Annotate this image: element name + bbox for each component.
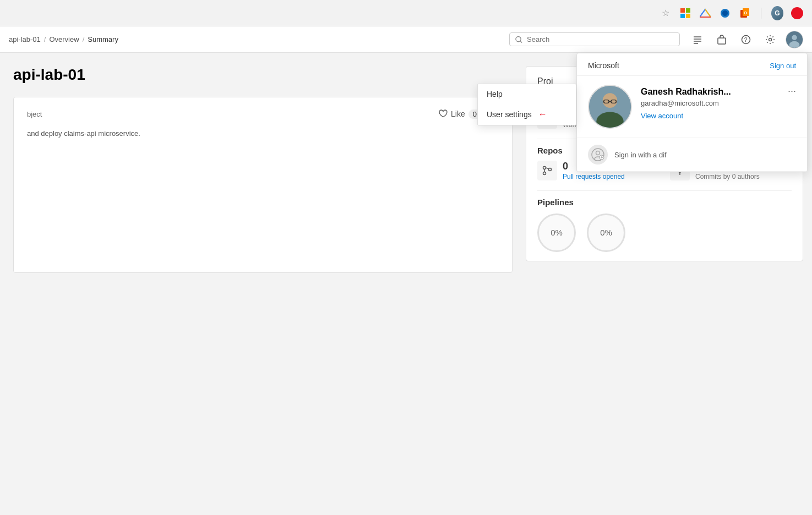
switch-account-text[interactable]: Sign in with a dif <box>614 151 667 159</box>
submenu-popup: Help User settings ← <box>477 84 576 125</box>
like-button[interactable]: Like 0 <box>439 109 481 119</box>
card-section-title: bject <box>27 109 42 119</box>
card-header: bject Like 0 <box>27 108 499 119</box>
pipelines-row: 0% 0% <box>537 213 792 252</box>
breadcrumb-project[interactable]: api-lab-01 <box>9 35 41 43</box>
settings-icon[interactable] <box>761 31 779 48</box>
user-name: Ganesh Radhakrish... <box>641 87 796 97</box>
svg-rect-0 <box>680 8 685 13</box>
user-details: Ganesh Radhakrish... garadha@microsoft.c… <box>641 85 796 120</box>
user-email: garadha@microsoft.com <box>641 99 796 107</box>
sign-out-button[interactable]: Sign out <box>770 62 796 70</box>
pull-requests-label[interactable]: Pull requests opened <box>563 172 625 182</box>
google-drive-icon[interactable] <box>699 7 711 19</box>
page-title: api-lab-01 <box>13 66 513 84</box>
svg-point-23 <box>789 41 800 48</box>
svg-point-30 <box>549 168 552 171</box>
submenu-help[interactable]: Help <box>478 84 576 104</box>
dropdown-more-button[interactable]: ··· <box>788 85 796 97</box>
about-card: bject Like 0 <box>13 97 513 273</box>
pipeline-circle-2: 0% <box>587 213 625 252</box>
svg-rect-1 <box>686 8 690 13</box>
pipelines-section-title: Pipelines <box>537 198 792 207</box>
svg-point-22 <box>792 35 797 40</box>
card-description: and deploy claims-api microservice. <box>27 128 499 140</box>
svg-point-20 <box>769 38 772 41</box>
pipeline-circle-1: 0% <box>537 213 576 252</box>
svg-point-29 <box>543 172 546 174</box>
breadcrumb-overview[interactable]: Overview <box>49 35 79 43</box>
nav-icon-group: ? <box>689 31 803 48</box>
user-avatar-large <box>588 85 632 129</box>
notification-icon[interactable] <box>791 7 803 19</box>
arrow-icon: ← <box>538 109 547 119</box>
breadcrumb: api-lab-01 / Overview / Summary <box>9 35 509 43</box>
svg-text:?: ? <box>744 36 748 43</box>
section-divider-pipelines <box>537 190 792 191</box>
switch-account-avatar <box>588 145 608 165</box>
breadcrumb-sep2: / <box>83 35 85 43</box>
svg-text:O: O <box>744 10 747 15</box>
dropdown-brand: Microsoft <box>588 61 619 70</box>
divider <box>761 8 761 19</box>
star-icon[interactable]: ☆ <box>660 7 672 19</box>
user-avatar[interactable] <box>786 31 803 48</box>
like-label: Like <box>451 109 465 118</box>
pull-request-icon <box>537 161 557 180</box>
search-box[interactable] <box>509 32 680 46</box>
svg-rect-17 <box>718 38 726 44</box>
submenu-user-settings[interactable]: User settings ← <box>478 104 576 125</box>
svg-line-12 <box>520 41 522 42</box>
account-dropdown: Microsoft Sign out Ganesh Radhakrish... … <box>576 53 808 172</box>
help-icon[interactable]: ? <box>737 31 755 48</box>
bag-icon[interactable] <box>713 31 731 48</box>
breadcrumb-current: Summary <box>88 35 118 43</box>
commits-label: Commits by 0 authors <box>695 172 760 182</box>
browser-chrome: ☆ O G <box>0 0 812 26</box>
top-navigation: api-lab-01 / Overview / Summary <box>0 26 812 53</box>
svg-marker-4 <box>700 9 711 17</box>
dropdown-header: Microsoft Sign out <box>577 53 807 76</box>
windows-icon[interactable] <box>679 7 691 19</box>
view-account-link[interactable]: View account <box>641 112 683 120</box>
browser-icon-group: ☆ O G <box>660 7 803 19</box>
svg-rect-3 <box>686 14 690 18</box>
left-panel: api-lab-01 bject Like 0 <box>0 53 526 515</box>
svg-rect-2 <box>680 14 685 18</box>
user-settings-label: User settings <box>487 110 532 119</box>
dropdown-user-info: Ganesh Radhakrish... garadha@microsoft.c… <box>577 76 807 138</box>
firefox-icon[interactable] <box>719 7 731 19</box>
heart-icon <box>439 109 448 118</box>
office-icon[interactable]: O <box>739 7 751 19</box>
breadcrumb-sep1: / <box>44 35 46 43</box>
help-label: Help <box>487 90 503 98</box>
svg-point-11 <box>516 36 521 41</box>
svg-point-36 <box>603 93 618 108</box>
svg-point-7 <box>722 10 728 16</box>
svg-point-42 <box>596 151 600 155</box>
search-input[interactable] <box>527 35 674 43</box>
user-profile-icon[interactable]: G <box>771 7 783 19</box>
task-list-icon[interactable] <box>689 31 706 48</box>
search-icon <box>515 36 522 43</box>
dropdown-switch-row: Sign in with a dif <box>577 138 807 172</box>
svg-point-28 <box>543 166 546 169</box>
